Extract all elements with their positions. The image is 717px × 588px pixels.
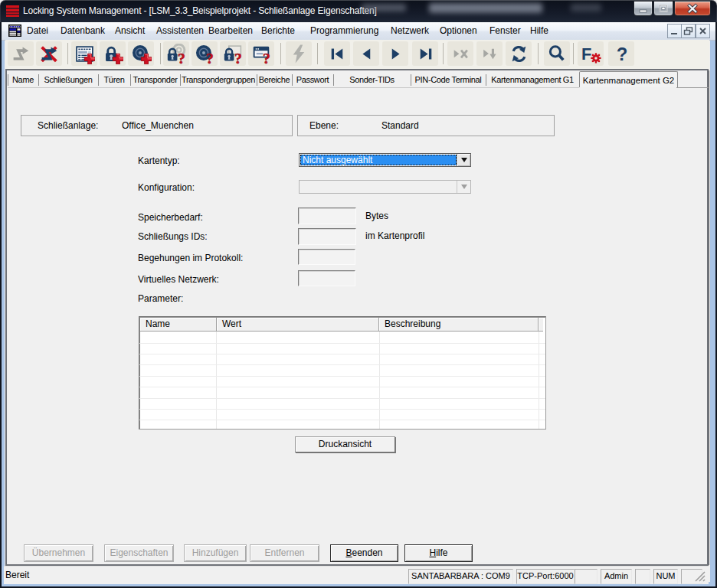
- svg-text:?: ?: [178, 50, 185, 64]
- svg-text:?: ?: [206, 50, 214, 64]
- svg-text:?: ?: [617, 44, 628, 64]
- svg-text:F: F: [581, 44, 591, 64]
- svg-text:?: ?: [234, 50, 242, 64]
- svg-text:?: ?: [263, 50, 270, 64]
